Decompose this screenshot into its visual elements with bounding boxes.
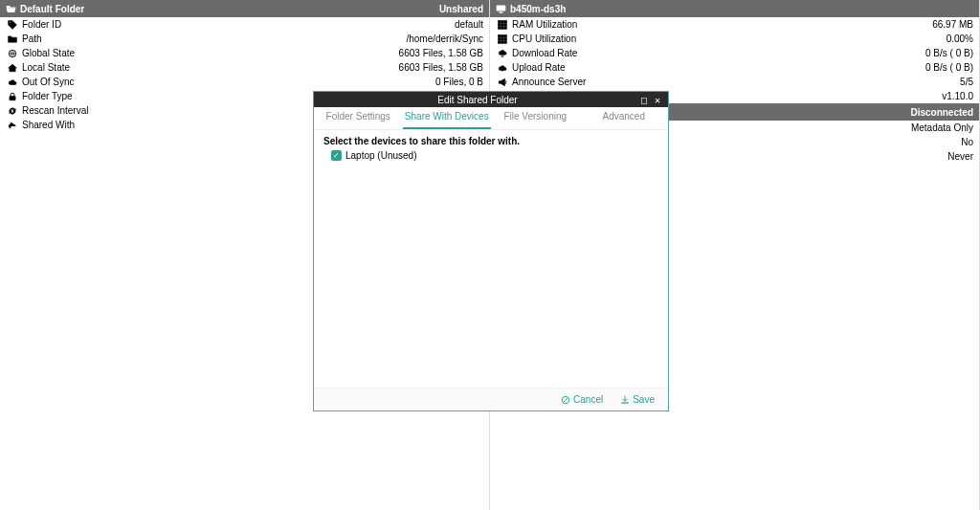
- info-row-label: Global State: [22, 47, 399, 59]
- svg-point-0: [10, 21, 11, 23]
- share-instruction: Select the devices to share this folder …: [323, 136, 658, 146]
- info-row: CPU Utilization0.00%: [490, 32, 979, 46]
- info-row: Global State6603 Files, 1.58 GB: [0, 46, 489, 60]
- info-row-value: /home/derrik/Sync: [406, 33, 483, 45]
- globe-icon: [6, 49, 19, 58]
- cloud-up-icon: [496, 63, 509, 73]
- svg-rect-21: [501, 40, 504, 43]
- info-row-value: 66.97 MB: [932, 18, 973, 31]
- svg-line-27: [564, 397, 568, 402]
- info-row-value: 5/5: [960, 76, 973, 88]
- info-row: Upload Rate0 B/s ( 0 B): [490, 60, 979, 75]
- svg-rect-7: [504, 20, 507, 23]
- info-row: Local State6603 Files, 1.58 GB: [0, 60, 489, 75]
- svg-rect-28: [621, 402, 629, 403]
- info-row: Path/home/derrik/Sync: [0, 32, 489, 46]
- svg-rect-17: [499, 37, 501, 40]
- svg-rect-20: [499, 40, 501, 43]
- info-row-value: 0 B/s ( 0 B): [925, 47, 973, 59]
- svg-rect-18: [501, 37, 504, 40]
- tag-icon: [6, 20, 19, 30]
- save-button[interactable]: Save: [620, 394, 655, 405]
- lock-icon: [6, 92, 19, 101]
- info-row-label: Announce Server: [512, 76, 960, 88]
- svg-rect-16: [504, 34, 507, 37]
- svg-rect-13: [504, 26, 507, 29]
- info-row-value: default: [455, 18, 483, 31]
- svg-rect-14: [499, 34, 501, 37]
- info-row: RAM Utilization66.97 MB: [490, 17, 979, 32]
- grid-icon: [496, 20, 509, 30]
- modal-title-text: Edit Shared Folder: [318, 95, 637, 105]
- folder-open-icon: [6, 4, 16, 14]
- device-checkbox-label: Laptop (Unused): [345, 150, 417, 161]
- info-row-label: RAM Utilization: [512, 18, 932, 31]
- info-row-label: Local State: [22, 61, 399, 74]
- info-row-label: Folder ID: [22, 18, 455, 31]
- info-row-label: Path: [22, 33, 406, 45]
- svg-rect-11: [499, 26, 501, 29]
- cancel-icon: [561, 395, 570, 405]
- cloud-down-icon: [496, 49, 509, 58]
- svg-rect-8: [499, 23, 501, 26]
- tab-folder-settings[interactable]: Folder Settings: [314, 107, 403, 129]
- svg-rect-2: [10, 96, 15, 100]
- cloud-icon: [6, 78, 19, 87]
- device-share-row[interactable]: ✓ Laptop (Unused): [323, 150, 658, 161]
- info-row-value: v1.10.0: [942, 90, 973, 102]
- svg-rect-6: [501, 20, 504, 23]
- info-row-label: Out Of Sync: [22, 76, 435, 88]
- info-row-value: 6603 Files, 1.58 GB: [399, 61, 483, 74]
- save-icon: [620, 395, 630, 405]
- tab-share-with-devices[interactable]: Share With Devices: [403, 107, 492, 129]
- info-row-label: Download Rate: [512, 47, 925, 59]
- svg-rect-12: [501, 26, 504, 29]
- info-row-label: CPU Utilization: [512, 33, 947, 45]
- info-row: Folder IDdefault: [0, 17, 489, 32]
- modal-maximize-button[interactable]: □: [637, 95, 651, 105]
- svg-rect-4: [499, 11, 502, 12]
- svg-rect-15: [501, 34, 504, 37]
- bullhorn-icon: [496, 78, 509, 87]
- device-checkbox[interactable]: ✓: [331, 150, 342, 161]
- grid-icon: [496, 34, 509, 44]
- svg-rect-19: [504, 37, 507, 40]
- folder-panel-title: Default Folder: [20, 4, 439, 14]
- edit-shared-folder-modal: Edit Shared Folder □ ✕ Folder Settings S…: [313, 91, 669, 411]
- folder-icon: [6, 34, 19, 44]
- info-row: Out Of Sync0 Files, 0 B: [0, 75, 489, 89]
- info-row-value: 0 Files, 0 B: [435, 76, 483, 88]
- folder-panel-status: Unshared: [439, 4, 483, 14]
- info-row-label: Upload Rate: [512, 61, 925, 74]
- modal-titlebar: Edit Shared Folder □ ✕: [314, 92, 668, 107]
- tab-file-versioning[interactable]: File Versioning: [491, 107, 580, 129]
- svg-rect-22: [504, 40, 507, 43]
- modal-close-button[interactable]: ✕: [651, 95, 664, 105]
- svg-rect-5: [499, 20, 501, 23]
- share-icon: [6, 121, 19, 130]
- info-row: Announce Server5/5: [490, 75, 979, 89]
- svg-rect-10: [504, 23, 507, 26]
- desktop-icon: [496, 4, 506, 14]
- folder-panel-header[interactable]: Default Folder Unshared: [0, 0, 489, 17]
- info-row-value: 0.00%: [947, 33, 973, 45]
- home-icon: [6, 63, 19, 73]
- laptop-panel-status: Disconnected: [910, 107, 973, 118]
- cancel-button[interactable]: Cancel: [561, 394, 603, 405]
- info-row-value: 6603 Files, 1.58 GB: [399, 47, 483, 59]
- info-row-value: 0 B/s ( 0 B): [925, 61, 973, 74]
- device-panel-header[interactable]: b450m-ds3h: [490, 0, 979, 17]
- info-row: Download Rate0 B/s ( 0 B): [490, 46, 979, 60]
- svg-rect-3: [497, 5, 506, 11]
- modal-tabs: Folder Settings Share With Devices File …: [314, 107, 668, 130]
- device-panel-title: b450m-ds3h: [510, 4, 973, 14]
- svg-rect-9: [501, 23, 504, 26]
- refresh-icon: [6, 106, 19, 116]
- tab-advanced[interactable]: Advanced: [580, 107, 669, 129]
